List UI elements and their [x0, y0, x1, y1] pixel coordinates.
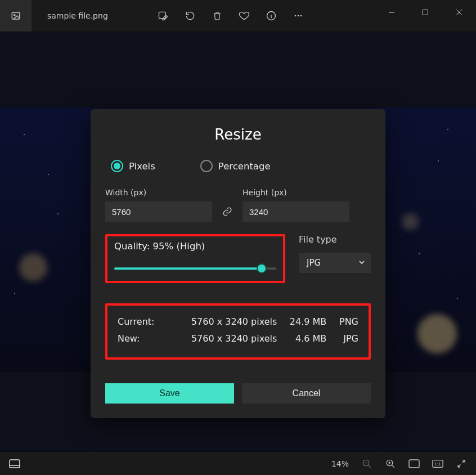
window: sample file.png — [0, 0, 476, 475]
radio-percentage-label: Percentage — [218, 161, 271, 172]
close-button[interactable] — [442, 0, 476, 25]
current-dimensions: 5760 x 3240 pixels — [191, 313, 284, 330]
quality-label: Quality: 95% (High) — [114, 241, 276, 252]
resize-dialog: Resize Pixels Percentage Width (px) — [91, 109, 385, 418]
current-format: PNG — [326, 313, 358, 330]
current-label: Current: — [118, 313, 191, 330]
zoom-in-icon[interactable] — [385, 458, 396, 469]
quality-filetype-row: Quality: 95% (High) File type JPG — [105, 234, 371, 293]
quality-annotation: Quality: 95% (High) — [105, 234, 285, 283]
image-icon — [10, 10, 21, 21]
maximize-button[interactable] — [408, 0, 442, 25]
radio-pixels[interactable]: Pixels — [111, 160, 155, 172]
width-field-group: Width (px) — [105, 188, 212, 222]
save-button[interactable]: Save — [105, 383, 234, 404]
link-aspect-button[interactable] — [217, 201, 238, 222]
svg-point-1 — [14, 14, 15, 15]
unit-radio-group: Pixels Percentage — [105, 160, 371, 172]
window-controls — [375, 0, 476, 25]
chevron-down-icon — [358, 258, 365, 268]
status-right-group: 14% 1:1 — [331, 458, 467, 469]
titlebar: sample file.png — [0, 0, 476, 32]
height-field-group: Height (px) — [243, 188, 349, 222]
rotate-icon[interactable] — [185, 10, 196, 21]
slider-thumb[interactable] — [257, 263, 267, 274]
dimensions-row: Width (px) Height (px) — [105, 188, 371, 222]
svg-text:1:1: 1:1 — [434, 461, 441, 466]
statusbar: 14% 1:1 — [0, 451, 476, 475]
current-size: 24.9 MB — [284, 313, 326, 330]
summary-current-row: Current: 5760 x 3240 pixels 24.9 MB PNG — [118, 313, 358, 330]
svg-rect-11 — [409, 460, 419, 468]
quality-slider[interactable] — [114, 263, 276, 274]
new-size: 4.6 MB — [284, 330, 326, 347]
radio-circle-icon — [200, 160, 213, 172]
height-label: Height (px) — [243, 188, 349, 197]
height-input[interactable] — [243, 201, 349, 222]
cancel-button[interactable]: Cancel — [242, 383, 371, 404]
width-label: Width (px) — [105, 188, 212, 197]
filetype-group: File type JPG — [299, 234, 371, 273]
svg-point-4 — [295, 15, 297, 17]
app-icon-tile[interactable] — [0, 0, 32, 32]
summary-annotation: Current: 5760 x 3240 pixels 24.9 MB PNG … — [105, 303, 371, 360]
minimize-button[interactable] — [375, 0, 408, 25]
radio-circle-icon — [111, 160, 123, 172]
width-input[interactable] — [105, 201, 212, 222]
trash-icon[interactable] — [212, 10, 223, 21]
dialog-buttons: Save Cancel — [105, 383, 371, 404]
fullscreen-icon[interactable] — [456, 458, 467, 469]
zoom-out-icon[interactable] — [361, 458, 372, 469]
actual-size-icon[interactable]: 1:1 — [432, 458, 443, 469]
svg-rect-8 — [10, 460, 20, 468]
filename-label: sample file.png — [47, 11, 108, 20]
new-label: New: — [118, 330, 191, 347]
content-area: Resize Pixels Percentage Width (px) — [0, 32, 476, 451]
filmstrip-toggle-icon[interactable] — [9, 458, 20, 469]
file-type-dropdown[interactable]: JPG — [299, 253, 371, 273]
fit-to-window-icon[interactable] — [408, 458, 420, 469]
svg-point-5 — [298, 15, 299, 17]
dialog-title: Resize — [105, 126, 371, 143]
heart-icon[interactable] — [239, 10, 250, 21]
svg-rect-0 — [12, 12, 20, 19]
file-type-value: JPG — [307, 258, 321, 268]
file-type-label: File type — [299, 234, 371, 245]
svg-point-6 — [300, 15, 302, 17]
svg-rect-2 — [159, 12, 166, 19]
zoom-percentage: 14% — [331, 459, 349, 468]
summary-new-row: New: 5760 x 3240 pixels 4.6 MB JPG — [118, 330, 358, 347]
radio-percentage[interactable]: Percentage — [200, 160, 271, 172]
svg-rect-7 — [423, 10, 428, 15]
info-icon[interactable] — [266, 10, 277, 21]
new-dimensions: 5760 x 3240 pixels — [191, 330, 284, 347]
edit-image-icon[interactable] — [158, 10, 169, 21]
more-icon[interactable] — [293, 10, 304, 21]
radio-pixels-label: Pixels — [129, 161, 155, 172]
title-toolbar — [158, 0, 304, 32]
new-format: JPG — [326, 330, 358, 347]
slider-fill — [114, 267, 262, 270]
